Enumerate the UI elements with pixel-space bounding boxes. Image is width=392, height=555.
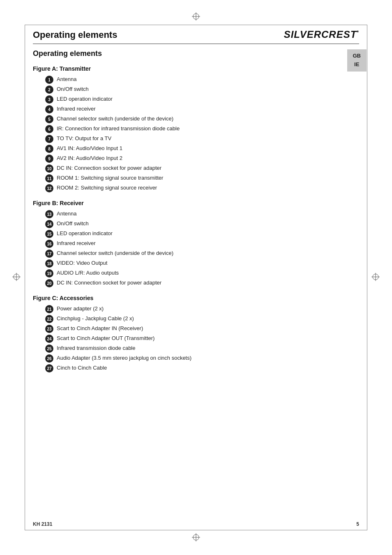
list-item: 14 On/Off switch (45, 220, 359, 228)
figure-c: Figure C: Accessories 21 Power adapter (… (33, 295, 359, 372)
item-badge-23: 23 (45, 325, 53, 333)
item-text-16: Infrared receiver (57, 239, 359, 247)
section-title: Operating elements (33, 49, 359, 58)
item-text-11: ROOM 1: Switching signal source transmit… (57, 174, 359, 182)
list-item: 13 Antenna (45, 210, 359, 218)
item-badge-7: 7 (45, 135, 53, 143)
item-text-1: Antenna (57, 75, 359, 83)
item-badge-11: 11 (45, 174, 53, 183)
item-text-17: Channel selector switch (underside of th… (57, 249, 359, 257)
item-text-24: Scart to Cinch Adapter OUT (Transmitter) (57, 334, 359, 342)
item-badge-17: 17 (45, 250, 53, 258)
border-top (25, 25, 367, 25)
item-text-12: ROOM 2: Switching signal source receiver (57, 184, 359, 192)
item-text-22: Cinchplug - Jackplug Cable (2 x) (57, 314, 359, 323)
item-badge-12: 12 (45, 184, 53, 192)
item-badge-19: 19 (45, 269, 53, 278)
item-text-5: Channel selector switch (underside of th… (57, 115, 359, 123)
item-text-26: Audio Adapter (3.5 mm stereo jackplug on… (57, 354, 359, 362)
figure-b-list: 13 Antenna 14 On/Off switch 15 LED opera… (33, 210, 359, 287)
item-text-6: IR: Connection for infrared transmission… (57, 125, 359, 133)
list-item: 27 Cinch to Cinch Cable (45, 364, 359, 372)
item-badge-25: 25 (45, 345, 53, 353)
list-item: 3 LED operation indicator (45, 95, 359, 104)
item-badge-15: 15 (45, 230, 53, 238)
page: Operating elements SILVERCREST* GB IE Op… (0, 0, 392, 555)
item-badge-9: 9 (45, 155, 53, 163)
reg-mark-left-mid (12, 273, 21, 282)
figure-c-list: 21 Power adapter (2 x) 22 Cinchplug - Ja… (33, 305, 359, 372)
list-item: 9 AV2 IN: Audio/Video Input 2 (45, 154, 359, 163)
reg-mark-right-mid (371, 273, 380, 282)
list-item: 23 Scart to Cinch Adapter IN (Receiver) (45, 324, 359, 333)
header-title: Operating elements (33, 30, 117, 40)
list-item: 24 Scart to Cinch Adapter OUT (Transmitt… (45, 334, 359, 343)
item-text-7: TO TV: Output for a TV (57, 134, 359, 143)
list-item: 19 AUDIO L/R: Audio outputs (45, 269, 359, 278)
reg-mark-bottom-center (192, 533, 200, 543)
item-text-20: DC IN: Connection socket for power adapt… (57, 279, 359, 287)
figure-b-heading: Figure B: Receiver (33, 200, 359, 206)
item-badge-10: 10 (45, 164, 53, 173)
item-text-10: DC IN: Connection socket for power adapt… (57, 164, 359, 172)
item-text-8: AV1 IN: Audio/Video Input 1 (57, 144, 359, 153)
item-text-4: Infrared receiver (57, 105, 359, 113)
figure-a: Figure A: Transmitter 1 Antenna 2 On/Off… (33, 65, 359, 192)
item-text-15: LED operation indicator (57, 229, 359, 238)
item-text-13: Antenna (57, 210, 359, 218)
list-item: 25 Infrared transmission diode cable (45, 344, 359, 353)
figure-b: Figure B: Receiver 13 Antenna 14 On/Off … (33, 200, 359, 287)
list-item: 4 Infrared receiver (45, 105, 359, 113)
item-badge-27: 27 (45, 364, 53, 372)
item-badge-21: 21 (45, 305, 53, 313)
item-badge-4: 4 (45, 105, 53, 113)
item-badge-8: 8 (45, 145, 53, 153)
page-footer: KH 2131 5 (33, 521, 359, 527)
figure-a-heading: Figure A: Transmitter (33, 65, 359, 72)
item-badge-2: 2 (45, 86, 53, 94)
item-badge-24: 24 (45, 335, 53, 343)
list-item: 11 ROOM 1: Switching signal source trans… (45, 174, 359, 183)
list-item: 8 AV1 IN: Audio/Video Input 1 (45, 144, 359, 153)
item-text-21: Power adapter (2 x) (57, 305, 359, 313)
list-item: 5 Channel selector switch (underside of … (45, 115, 359, 123)
list-item: 12 ROOM 2: Switching signal source recei… (45, 184, 359, 192)
list-item: 21 Power adapter (2 x) (45, 305, 359, 313)
item-badge-6: 6 (45, 125, 53, 133)
model-number: KH 2131 (33, 521, 52, 527)
list-item: 2 On/Off switch (45, 85, 359, 94)
item-badge-18: 18 (45, 259, 53, 268)
list-item: 15 LED operation indicator (45, 229, 359, 238)
list-item: 17 Channel selector switch (underside of… (45, 249, 359, 258)
list-item: 1 Antenna (45, 75, 359, 84)
brand-logo: SILVERCREST* (284, 29, 359, 40)
item-text-2: On/Off switch (57, 85, 359, 93)
list-item: 7 TO TV: Output for a TV (45, 134, 359, 143)
item-badge-13: 13 (45, 210, 53, 218)
item-text-14: On/Off switch (57, 220, 359, 228)
page-number: 5 (356, 521, 359, 527)
item-badge-20: 20 (45, 279, 53, 287)
list-item: 26 Audio Adapter (3.5 mm stereo jackplug… (45, 354, 359, 363)
figure-a-list: 1 Antenna 2 On/Off switch 3 LED operatio… (33, 75, 359, 192)
item-text-9: AV2 IN: Audio/Video Input 2 (57, 154, 359, 162)
reg-mark-top-center (192, 12, 200, 22)
list-item: 22 Cinchplug - Jackplug Cable (2 x) (45, 314, 359, 323)
list-item: 6 IR: Connection for infrared transmissi… (45, 125, 359, 133)
list-item: 20 DC IN: Connection socket for power ad… (45, 279, 359, 287)
border-left (25, 25, 25, 530)
item-text-23: Scart to Cinch Adapter IN (Receiver) (57, 324, 359, 333)
item-text-18: VIDEO: Video Output (57, 259, 359, 267)
item-text-25: Infrared transmission diode cable (57, 344, 359, 352)
item-badge-16: 16 (45, 240, 53, 248)
item-text-19: AUDIO L/R: Audio outputs (57, 269, 359, 277)
figure-c-heading: Figure C: Accessories (33, 295, 359, 301)
item-text-3: LED operation indicator (57, 95, 359, 103)
list-item: 18 VIDEO: Video Output (45, 259, 359, 268)
main-content: Operating elements Figure A: Transmitter… (33, 49, 359, 374)
item-text-27: Cinch to Cinch Cable (57, 364, 359, 372)
item-badge-1: 1 (45, 76, 53, 84)
list-item: 16 Infrared receiver (45, 239, 359, 248)
item-badge-26: 26 (45, 354, 53, 363)
page-header: Operating elements SILVERCREST* (33, 29, 359, 44)
